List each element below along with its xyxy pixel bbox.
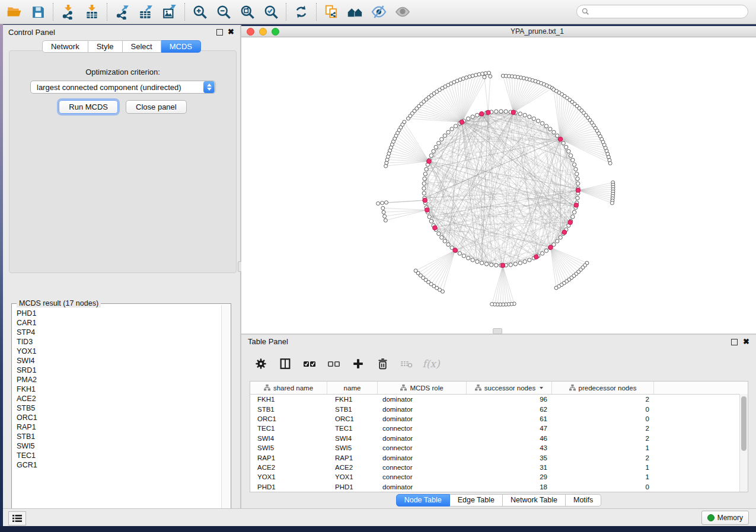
import-network-button[interactable] [56, 2, 80, 22]
dominator-node[interactable] [558, 137, 563, 142]
network-node[interactable] [518, 112, 522, 116]
network-node[interactable] [528, 115, 531, 118]
network-node[interactable] [532, 117, 535, 120]
network-node[interactable] [528, 258, 531, 262]
network-node[interactable] [414, 269, 417, 273]
show-all-button[interactable] [391, 2, 414, 22]
float-panel-icon[interactable] [216, 29, 223, 36]
network-node[interactable] [608, 161, 612, 165]
table-scrollbar-thumb[interactable] [741, 396, 747, 451]
close-window-icon[interactable] [247, 28, 254, 36]
select-all-button[interactable] [302, 356, 317, 371]
network-node[interactable] [483, 75, 486, 79]
dominator-node[interactable] [574, 203, 579, 208]
run-mcds-button[interactable]: Run MCDS [59, 100, 118, 114]
refresh-layout-button[interactable] [289, 2, 313, 22]
dominator-node[interactable] [568, 220, 573, 225]
column-header-shared-name[interactable]: shared name [250, 382, 327, 394]
dominator-node[interactable] [460, 120, 464, 124]
network-node[interactable] [423, 177, 426, 181]
table-row[interactable]: RAP1RAP1dominator352 [250, 453, 748, 462]
network-node[interactable] [487, 71, 491, 75]
network-node[interactable] [495, 110, 498, 113]
dominator-node[interactable] [562, 230, 567, 235]
network-node[interactable] [443, 239, 446, 243]
network-node[interactable] [575, 172, 578, 175]
network-node[interactable] [429, 153, 433, 157]
table-row[interactable]: FKH1FKH1dominator962 [250, 395, 748, 404]
close-table-panel-icon[interactable]: ✖ [743, 338, 749, 345]
network-node[interactable] [450, 127, 454, 131]
zoom-selected-button[interactable] [259, 2, 283, 22]
dominator-node[interactable] [534, 255, 539, 259]
network-node[interactable] [466, 256, 470, 259]
tab-network-table[interactable]: Network Table [503, 494, 566, 507]
mcds-result-item[interactable]: TID3 [13, 337, 221, 347]
network-node[interactable] [422, 191, 426, 195]
table-row[interactable]: SWI4SWI4dominator462 [250, 434, 748, 443]
mcds-result-item[interactable]: STB5 [13, 403, 221, 413]
network-node[interactable] [382, 210, 385, 214]
network-node[interactable] [446, 243, 450, 246]
network-node[interactable] [462, 254, 465, 258]
horizontal-splitter-handle[interactable] [493, 328, 502, 334]
network-node[interactable] [484, 262, 488, 265]
mcds-result-item[interactable]: PMA2 [13, 375, 221, 384]
network-node[interactable] [422, 182, 426, 185]
network-node[interactable] [466, 117, 470, 120]
zoom-out-button[interactable] [212, 2, 235, 22]
mcds-result-item[interactable]: STP4 [13, 328, 221, 337]
network-node[interactable] [509, 263, 512, 267]
dominator-node[interactable] [576, 188, 580, 193]
dominator-node[interactable] [453, 248, 458, 253]
dominator-node[interactable] [486, 110, 491, 115]
network-node[interactable] [443, 134, 446, 137]
network-node[interactable] [544, 124, 548, 128]
network-node[interactable] [384, 219, 387, 222]
network-node[interactable] [523, 113, 527, 117]
mcds-result-item[interactable]: RAP1 [13, 422, 221, 432]
table-row[interactable]: ORC1ORC1dominator610 [250, 414, 748, 424]
network-node[interactable] [476, 259, 479, 263]
network-node[interactable] [554, 286, 558, 290]
search-input[interactable] [592, 7, 748, 17]
network-node[interactable] [513, 262, 517, 265]
table-scrollbar[interactable] [739, 394, 748, 492]
mcds-result-scrollbar[interactable] [221, 305, 229, 521]
show-panels-button[interactable] [8, 511, 26, 525]
network-node[interactable] [428, 215, 431, 219]
dominator-node[interactable] [511, 110, 516, 115]
column-header-successor-nodes[interactable]: successor nodes [467, 382, 552, 394]
network-node[interactable] [523, 259, 527, 263]
network-node[interactable] [556, 134, 559, 137]
first-neighbors-button[interactable] [343, 2, 367, 22]
dominator-node[interactable] [548, 245, 553, 250]
network-node[interactable] [423, 172, 427, 175]
mcds-result-item[interactable]: YOX1 [13, 347, 221, 356]
tab-network[interactable]: Network [42, 40, 88, 53]
search-field[interactable] [576, 5, 748, 18]
network-node[interactable] [540, 121, 544, 125]
network-node[interactable] [536, 119, 540, 123]
close-panel-button[interactable]: Close panel [126, 100, 187, 114]
mcds-result-item[interactable]: TEC1 [13, 451, 221, 460]
network-node[interactable] [495, 264, 498, 267]
table-row[interactable]: ACE2ACE2connector311 [250, 463, 748, 472]
network-view[interactable] [241, 37, 756, 334]
network-node[interactable] [425, 167, 428, 171]
network-canvas[interactable] [241, 37, 756, 334]
column-header-predecessor-nodes[interactable]: predecessor nodes [552, 382, 654, 394]
add-column-button[interactable] [350, 356, 366, 371]
network-node[interactable] [422, 187, 426, 190]
network-node[interactable] [571, 158, 575, 162]
zoom-fit-button[interactable] [235, 2, 259, 22]
network-node[interactable] [432, 149, 435, 153]
network-node[interactable] [480, 261, 483, 265]
show-columns-button[interactable] [277, 356, 293, 371]
network-node[interactable] [458, 252, 461, 255]
network-node[interactable] [476, 113, 479, 117]
network-node[interactable] [548, 127, 552, 131]
network-node[interactable] [504, 110, 508, 113]
export-network-button[interactable] [110, 2, 134, 22]
network-node[interactable] [377, 201, 380, 205]
